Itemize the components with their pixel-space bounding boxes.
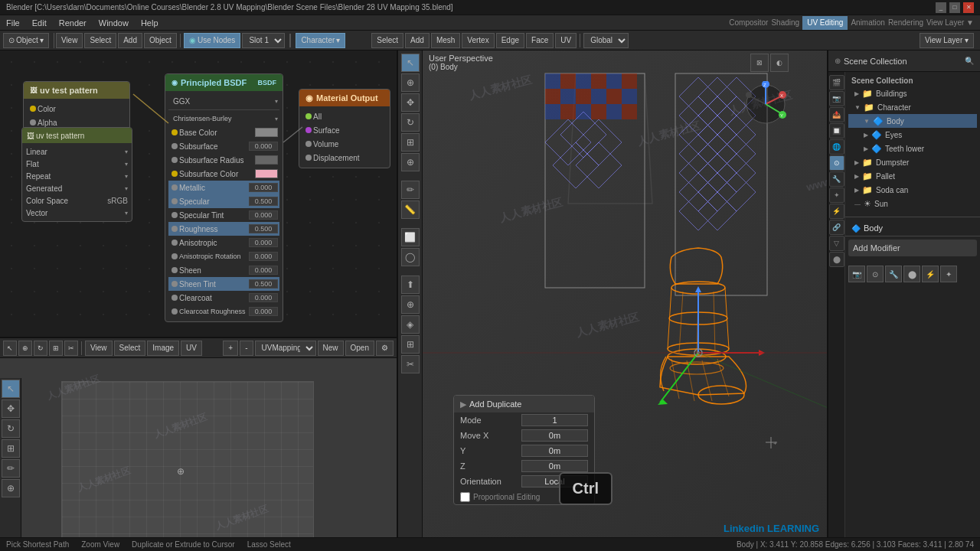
tree-soda-can[interactable]: ▶ 📁 Soda can [848,183,977,197]
props-icon-object[interactable]: ⊙ [829,155,844,171]
vp-bevel-tool[interactable]: ◈ [401,315,420,334]
use-nodes-btn[interactable]: ◉ Use Nodes [184,33,240,48]
menu-file[interactable]: File [0,15,26,31]
uv-cursor-tool[interactable]: ⊕ [2,479,20,497]
prop-icon-part[interactable]: ✦ [940,266,957,282]
uv-move-tool[interactable]: ✥ [2,399,20,418]
menu-render[interactable]: Render [53,15,93,31]
props-icon-particles[interactable]: ✦ [829,187,844,203]
uv-image-btn[interactable]: Image [147,341,179,356]
popup-movex-value[interactable]: 0m [521,429,588,442]
view-btn[interactable]: View [56,33,83,48]
node-btn[interactable]: Object [144,33,177,48]
popup-y-value[interactable]: 0m [521,445,588,457]
add-node-btn[interactable]: Add [118,33,142,48]
viewport-add-btn[interactable]: Add [405,33,430,48]
tree-teeth-lower[interactable]: ▶ 🔷 Teeth lower [848,142,977,155]
proportional-checkbox[interactable] [460,492,470,502]
viewport-3d[interactable]: User Perspective (0) Body 人人素材社区 人人素材社区 … [423,51,827,551]
workspace-animation[interactable]: Animation [851,18,884,27]
view-layer-btn[interactable]: View Layer ▾ [920,33,974,48]
tree-pallet[interactable]: ▶ 📁 Pallet [848,169,977,183]
props-icon-view[interactable]: 🔲 [829,123,844,139]
prop-icon-obj[interactable]: ⊙ [867,266,884,282]
vp-move-tool[interactable]: ✥ [401,93,420,112]
view-layer-dropdown[interactable]: View Layer ▼ [926,18,974,27]
vp-knife-tool[interactable]: ✂ [401,355,420,373]
mode-dropdown[interactable]: ⊙ Object ▾ [3,33,49,48]
viewport-mesh-btn[interactable]: Mesh [431,33,460,48]
workspace-compositor[interactable]: Compositor [729,18,768,27]
select-node-btn[interactable]: Select [84,33,116,48]
prop-icon-mod[interactable]: 🔧 [885,266,902,282]
prop-icon-phys[interactable]: ⚡ [922,266,939,282]
uv-select-tool[interactable]: ↖ [2,380,20,398]
prop-icon-camera[interactable]: 📷 [848,266,865,282]
uv-scale-tool[interactable]: ⊞ [2,439,20,458]
maximize-button[interactable]: □ [949,2,960,13]
vp-circle-select[interactable]: ◯ [401,248,420,266]
uv-extra-btn[interactable]: ⚙ [376,341,394,356]
uv-rotate-tool[interactable]: ↻ [2,419,20,438]
window-controls[interactable]: _ □ ✕ [936,2,974,13]
uv-view-btn[interactable]: View [85,341,113,356]
vp-cursor-tool[interactable]: ⊕ [401,73,420,92]
uv-zoom-out[interactable]: - [240,341,253,356]
popup-z-value[interactable]: 0m [521,460,588,472]
tree-character[interactable]: ▼ 📁 Character [848,100,977,114]
add-modifier-btn[interactable]: Add Modifier [848,240,977,256]
uv-tool-2[interactable]: ⊕ [18,341,32,356]
uv-zoom-in[interactable]: + [223,341,238,356]
uv-annotate-tool[interactable]: ✏ [2,459,20,478]
uv-tool-4[interactable]: ⊞ [49,341,63,356]
vp-shading-icon[interactable]: ◐ [770,54,789,72]
props-icon-modifier[interactable]: 🔧 [829,171,844,187]
tree-buildings[interactable]: ▶ 📁 Buildings [848,86,977,100]
props-icon-physics[interactable]: ⚡ [829,204,844,219]
uv-select-btn[interactable]: Select [114,341,146,356]
props-icon-material[interactable]: ⬤ [829,252,844,267]
vp-rotate-tool[interactable]: ↻ [401,113,420,132]
menu-edit[interactable]: Edit [26,15,53,31]
vp-measure-tool[interactable]: 📏 [401,201,420,219]
workspace-shading[interactable]: Shading [771,18,799,27]
uv-uv-btn[interactable]: UV [181,341,202,356]
menu-window[interactable]: Window [93,15,135,31]
props-icon-data[interactable]: ▽ [829,236,844,251]
workspace-rendering[interactable]: Rendering [888,18,923,27]
tree-sun[interactable]: — ☀ Sun [848,197,977,210]
minimize-button[interactable]: _ [936,2,946,13]
vp-transform-tool[interactable]: ⊕ [401,153,420,171]
navigation-gizmo[interactable]: X Y Z [743,81,789,127]
props-icon-output[interactable]: 📤 [829,107,844,122]
global-dropdown[interactable]: Global [583,33,629,48]
popup-mode-value[interactable]: 1 [521,414,588,426]
viewport-select-btn[interactable]: Select [371,33,403,48]
prop-icon-mat[interactable]: ⬤ [903,266,920,282]
uv-image-select[interactable]: UVMapping [255,341,316,356]
props-icon-render[interactable]: 📷 [829,91,844,106]
uv-tool-3[interactable]: ↻ [34,341,47,356]
uv-open-btn[interactable]: Open [345,341,374,356]
menu-help[interactable]: Help [135,15,165,31]
uv-new-btn[interactable]: New [318,341,344,356]
vp-annotate-tool[interactable]: ✏ [401,181,420,199]
viewport-vertex-btn[interactable]: Vertex [462,33,494,48]
vp-perspective-icon[interactable]: ⊠ [750,54,769,72]
viewport-edge-btn[interactable]: Edge [496,33,524,48]
uv-tool-select[interactable]: ↖ [3,341,17,356]
vp-scale-tool[interactable]: ⊞ [401,133,420,152]
props-icon-scene[interactable]: 🎬 [829,75,844,90]
slot-dropdown[interactable]: Slot 1 [242,33,285,48]
vp-box-select[interactable]: ⬜ [401,228,420,246]
close-button[interactable]: ✕ [963,2,974,13]
tree-body[interactable]: ▼ 🔷 Body [848,114,977,128]
props-icon-constraints[interactable]: 🔗 [829,220,844,235]
uv-tool-5[interactable]: ✂ [64,341,78,356]
character-dropdown[interactable]: Character ▾ [296,33,345,48]
tree-dumpster[interactable]: ▶ 📁 Dumpster [848,155,977,169]
vp-select-tool[interactable]: ↖ [401,54,420,72]
vp-inset-tool[interactable]: ⊕ [401,295,420,314]
viewport-uv-btn[interactable]: UV [555,33,577,48]
props-icon-scene2[interactable]: 🌐 [829,139,844,155]
